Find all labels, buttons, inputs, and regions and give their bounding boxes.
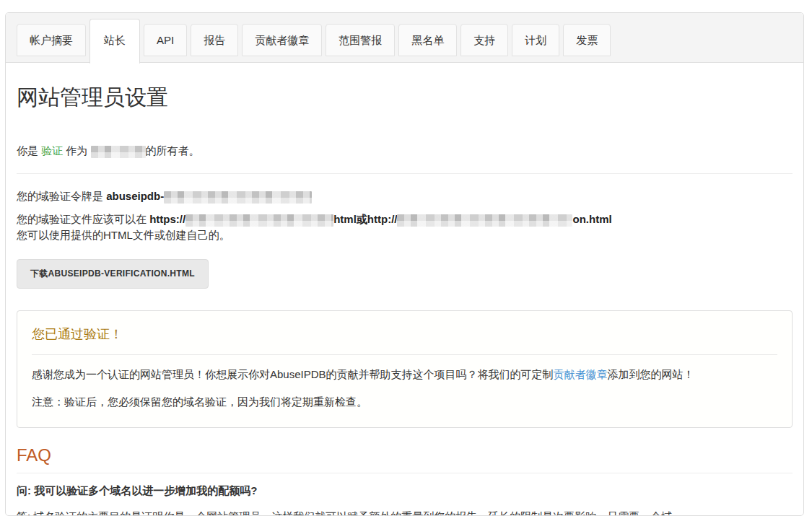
alert-para1-before: 感谢您成为一个认证的网站管理员！你想展示你对AbuseIPDB的贡献并帮助支持这…	[32, 368, 554, 380]
owner-line-middle: 作为	[63, 144, 87, 157]
verified-link[interactable]: 验证	[41, 144, 63, 157]
owner-line-prefix: 你是	[17, 144, 41, 157]
url-end-text: on.html	[572, 213, 611, 225]
webmaster-panel: 帐户摘要 站长 API 报告 贡献者徽章 范围警报 黑名单 支持 计划 发票 网…	[5, 12, 804, 516]
tab-contributor-badge[interactable]: 贡献者徽章	[242, 24, 322, 56]
tab-api[interactable]: API	[144, 24, 187, 56]
alert-paragraph-2: 注意：验证后，您必须保留您的域名验证，因为我们将定期重新检查。	[32, 394, 777, 410]
verified-alert-title: 您已通过验证！	[32, 325, 777, 343]
divider	[17, 173, 793, 174]
file-line-note: 您可以使用提供的HTML文件或创建自己的。	[17, 229, 230, 241]
redacted-https-url	[185, 214, 333, 227]
download-verification-html-button[interactable]: 下载ABUSEIPDB-VERIFICATION.HTML	[17, 259, 209, 289]
verified-alert: 您已通过验证！ 感谢您成为一个认证的网站管理员！你想展示你对AbuseIPDB的…	[17, 310, 793, 428]
owner-status-line: 你是 验证 作为 的所有者。	[17, 143, 793, 159]
faq-divider	[17, 473, 793, 473]
redacted-token	[164, 191, 312, 204]
tab-scope-alerts[interactable]: 范围警报	[326, 24, 395, 56]
tab-blacklist[interactable]: 黑名单	[398, 24, 457, 56]
page-title: 网站管理员设置	[17, 83, 793, 113]
alert-divider	[32, 354, 777, 355]
owner-line-suffix: 的所有者。	[146, 144, 200, 157]
file-line-prefix: 您的域验证文件应该可以在	[17, 213, 149, 225]
redacted-http-url	[397, 214, 572, 227]
tab-reports[interactable]: 报告	[191, 24, 238, 56]
token-line-prefix: 您的域验证令牌是	[17, 190, 106, 202]
url-mid-text: html或http://	[333, 213, 397, 225]
tab-support[interactable]: 支持	[460, 24, 508, 56]
tab-invoices[interactable]: 发票	[563, 24, 611, 56]
tab-account-summary[interactable]: 帐户摘要	[17, 24, 86, 56]
tab-bar: 帐户摘要 站长 API 报告 贡献者徽章 范围警报 黑名单 支持 计划 发票	[6, 13, 803, 63]
tab-content: 网站管理员设置 你是 验证 作为 的所有者。 您的域验证令牌是 abuseipd…	[6, 63, 803, 516]
tab-plans[interactable]: 计划	[512, 24, 559, 56]
verification-token-line: 您的域验证令牌是 abuseipdb-	[17, 188, 793, 204]
alert-para1-after: 添加到您的网站！	[608, 368, 694, 380]
faq-title: FAQ	[17, 445, 793, 465]
faq-question: 问: 我可以验证多个域名以进一步增加我的配额吗?	[17, 483, 793, 499]
alert-paragraph-1: 感谢您成为一个认证的网站管理员！你想展示你对AbuseIPDB的贡献并帮助支持这…	[32, 367, 777, 382]
https-prefix: https://	[149, 213, 185, 225]
token-prefix: abuseipdb-	[106, 190, 164, 202]
faq-answer: 答: 域名验证的主要目的是证明你是一个网站管理员，这样我们就可以赋予额外的重量到…	[17, 509, 793, 516]
verification-file-line: 您的域验证文件应该可以在 https://html或http://on.html…	[17, 211, 793, 243]
contributor-badge-link[interactable]: 贡献者徽章	[554, 368, 608, 380]
tab-webmaster[interactable]: 站长	[90, 19, 140, 64]
redacted-domain-name	[91, 146, 146, 158]
